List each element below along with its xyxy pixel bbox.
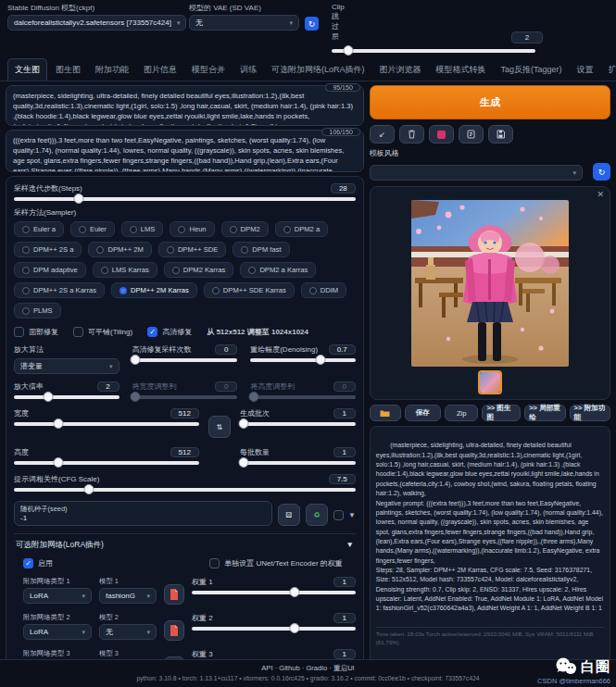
tab-png-info[interactable]: 图片信息 bbox=[137, 59, 183, 81]
cfg-slider[interactable] bbox=[14, 488, 356, 492]
sampler-dpmpp-2m-karras[interactable]: DPM++ 2M Karras bbox=[111, 282, 197, 298]
sampler-euler-a[interactable]: Euler a bbox=[14, 221, 64, 237]
upscaler-dropdown[interactable]: 潜变量▾ bbox=[14, 358, 119, 374]
sampler-dpm-adaptive[interactable]: DPM adaptive bbox=[14, 262, 86, 278]
restore-faces-checkbox[interactable]: 面部修复 bbox=[14, 327, 58, 337]
width-value[interactable]: 512 bbox=[170, 408, 199, 418]
send-to-inpaint-button[interactable]: >> 局部重绘 bbox=[524, 405, 565, 421]
zip-button[interactable]: Zip bbox=[445, 405, 478, 421]
batch-size-value[interactable]: 1 bbox=[333, 447, 356, 457]
denoising-slider[interactable] bbox=[250, 358, 356, 362]
steps-slider[interactable] bbox=[14, 197, 356, 201]
sampler-euler[interactable]: Euler bbox=[70, 221, 115, 237]
sampler-dpm2-a-karras[interactable]: DPM2 a Karras bbox=[240, 262, 316, 278]
generate-button[interactable]: 生成 bbox=[370, 85, 610, 119]
styles-refresh-button[interactable]: ↻ bbox=[593, 163, 610, 181]
styles-dropdown[interactable]: ▾ bbox=[370, 165, 583, 181]
sampler-dpm2-karras[interactable]: DPM2 Karras bbox=[164, 262, 234, 278]
batch-count-slider[interactable] bbox=[240, 422, 356, 426]
tab-tagger[interactable]: Tag反推(Tagger) bbox=[495, 59, 569, 81]
clip-skip-slider[interactable] bbox=[332, 49, 535, 53]
save-style-button[interactable] bbox=[488, 125, 513, 144]
sampler-plms[interactable]: PLMS bbox=[14, 303, 61, 319]
gradio-link[interactable]: Gradio bbox=[306, 664, 327, 672]
clear-prompt-button[interactable] bbox=[399, 125, 424, 144]
tiling-checkbox[interactable]: 可平铺(Tiling) bbox=[73, 327, 132, 337]
sampler-dpmpp-2s-a[interactable]: DPM++ 2S a bbox=[14, 242, 82, 257]
send-to-extras-button[interactable]: >> 附加功能 bbox=[570, 405, 610, 421]
tab-settings[interactable]: 设置 bbox=[571, 59, 600, 81]
prompt-input[interactable]: (masterpiece, sidelighting, ultra-detail… bbox=[6, 85, 364, 126]
lora-model-dropdown-1[interactable]: fashionG▾ bbox=[99, 588, 157, 604]
sampler-ddim[interactable]: DDIM bbox=[301, 282, 346, 298]
sampler-heun[interactable]: Heun bbox=[170, 221, 214, 237]
swap-dimensions-button[interactable]: ⇅ bbox=[208, 416, 231, 438]
gallery-thumbnail[interactable] bbox=[478, 370, 502, 394]
denoising-value[interactable]: 0.7 bbox=[329, 344, 356, 355]
clip-skip-value[interactable]: 2 bbox=[511, 31, 543, 44]
sampler-lms-karras[interactable]: LMS Karras bbox=[93, 262, 157, 278]
tab-checkpoint-merger[interactable]: 模型合并 bbox=[185, 59, 232, 81]
reload-ui-link[interactable]: 重启UI bbox=[333, 664, 355, 672]
sampler-dpmpp-2s-a-karras[interactable]: DPM++ 2S a Karras bbox=[14, 282, 105, 298]
tab-train[interactable]: 训练 bbox=[233, 59, 263, 81]
extra-networks-button[interactable] bbox=[429, 125, 454, 144]
upscale-by-value[interactable]: 2 bbox=[97, 381, 119, 392]
sampler-dpmpp-sde[interactable]: DPM++ SDE bbox=[158, 242, 226, 257]
batch-count-value[interactable]: 1 bbox=[333, 408, 356, 418]
lora-model-dropdown-2[interactable]: 无▾ bbox=[99, 624, 157, 640]
tab-extensions[interactable]: 扩展 bbox=[602, 59, 616, 81]
tab-additional-networks[interactable]: 可选附加网络(LoRA插件) bbox=[265, 59, 371, 81]
hires-fix-checkbox[interactable]: ✓高清修复 bbox=[147, 327, 192, 337]
vae-dropdown[interactable]: 无▾ bbox=[189, 15, 299, 31]
random-seed-button[interactable]: ⚄ bbox=[278, 504, 300, 526]
lora-accordion-header[interactable]: 可选附加网络(LoRA插件) ▼ bbox=[14, 533, 356, 556]
width-slider[interactable] bbox=[14, 422, 199, 426]
api-link[interactable]: API bbox=[261, 664, 272, 672]
hires-steps-slider[interactable] bbox=[132, 358, 238, 362]
steps-value[interactable]: 28 bbox=[331, 183, 356, 194]
send-to-img2img-button[interactable]: >> 图生图 bbox=[482, 405, 521, 421]
negative-prompt-input[interactable]: (((extra feet))),3 feet,more than two fe… bbox=[6, 130, 364, 172]
close-icon[interactable]: ✕ bbox=[597, 190, 604, 199]
upscale-by-slider[interactable] bbox=[14, 395, 119, 399]
tab-img2img[interactable]: 图生图 bbox=[49, 59, 87, 81]
lora-weight-slider-2[interactable] bbox=[192, 627, 356, 631]
lora-type-dropdown-1[interactable]: LoRA▾ bbox=[23, 588, 92, 604]
lora-model-info-button-1[interactable] bbox=[164, 584, 184, 605]
lora-weight-value-3[interactable]: 1 bbox=[333, 649, 356, 659]
save-button[interactable]: 保存 bbox=[405, 405, 441, 421]
vae-refresh-button[interactable]: ↻ bbox=[305, 17, 319, 31]
sampler-lms[interactable]: LMS bbox=[121, 221, 164, 237]
seed-input[interactable]: -1 bbox=[20, 514, 266, 522]
tab-txt2img[interactable]: 文生图 bbox=[7, 58, 47, 81]
generated-image[interactable] bbox=[411, 200, 569, 367]
lora-weight-value-1[interactable]: 1 bbox=[333, 577, 356, 587]
lora-weight-value-2[interactable]: 1 bbox=[333, 613, 356, 623]
sampler-dpm2-a[interactable]: DPM2 a bbox=[275, 221, 328, 237]
lora-weight-slider-1[interactable] bbox=[192, 591, 356, 594]
reuse-seed-button[interactable]: ♻ bbox=[306, 504, 328, 526]
apply-style-button[interactable] bbox=[459, 125, 484, 144]
sampler-dpmpp-sde-karras[interactable]: DPM++ SDE Karras bbox=[204, 282, 295, 298]
sampler-dpm2[interactable]: DPM2 bbox=[221, 221, 269, 237]
sampler-dpm-fast[interactable]: DPM fast bbox=[233, 242, 289, 257]
paste-params-button[interactable]: ↙ bbox=[370, 125, 395, 144]
tab-extras[interactable]: 附加功能 bbox=[89, 59, 135, 81]
height-value[interactable]: 512 bbox=[170, 447, 199, 457]
github-link[interactable]: Github bbox=[279, 664, 299, 672]
hires-steps-value[interactable]: 0 bbox=[215, 344, 237, 355]
lora-enable-checkbox[interactable]: ✓启用 bbox=[23, 558, 53, 568]
extra-seed-checkbox[interactable]: ▼ bbox=[333, 510, 356, 520]
sampler-dpmpp-2m[interactable]: DPM++ 2M bbox=[88, 242, 151, 257]
lora-model-info-button-2[interactable] bbox=[164, 620, 184, 641]
lora-separate-weights-checkbox[interactable]: 单独设置 UNet/Text Encoder 的权重 bbox=[209, 558, 343, 568]
ckpt-dropdown[interactable]: dalceforealistictallyv2.safetensors [733… bbox=[7, 15, 186, 31]
tab-model-converter[interactable]: 模型格式转换 bbox=[430, 59, 493, 81]
batch-size-slider[interactable] bbox=[240, 461, 356, 465]
lora-type-dropdown-2[interactable]: LoRA▾ bbox=[23, 624, 92, 640]
open-folder-button[interactable] bbox=[370, 405, 401, 421]
height-slider[interactable] bbox=[14, 461, 199, 465]
tab-image-browser[interactable]: 图片浏览器 bbox=[373, 59, 428, 81]
cfg-value[interactable]: 7.5 bbox=[329, 474, 356, 484]
